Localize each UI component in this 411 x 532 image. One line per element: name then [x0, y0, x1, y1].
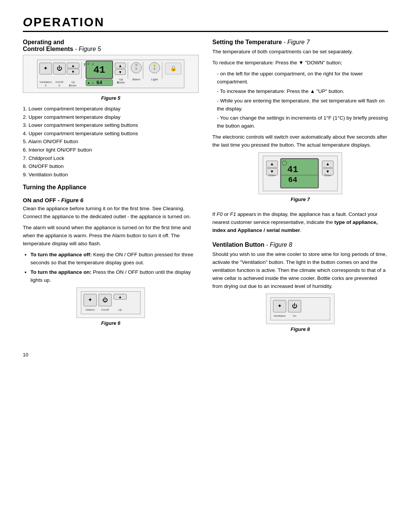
svg-text:▲: ▲ — [71, 64, 75, 68]
svg-text:On/Off: On/Off — [56, 81, 64, 83]
list-item: 8. ON/OFF button — [23, 162, 199, 171]
main-content: Operating and Control Elements - Figure … — [23, 39, 388, 340]
list-item: 2. Upper compartment temperature display — [23, 113, 199, 121]
svg-text:Light: Light — [151, 78, 158, 81]
section-turning-appliance: Turning the Appliance ON and OFF - Figur… — [23, 184, 199, 329]
svg-text:Down: Down — [269, 174, 276, 177]
section-title-4: Ventilation Button - Figure 8 — [212, 241, 388, 248]
svg-text:▲: ▲ — [118, 64, 122, 68]
dash-item-2: To increase the temperature: Press the ▲… — [217, 88, 388, 96]
svg-text:⏻: ⏻ — [102, 297, 108, 303]
temp-p3: The electronic controls will switch over… — [212, 133, 388, 149]
svg-text:●: ● — [88, 81, 89, 85]
dash-item-1: on the left for the upper compartment, o… — [217, 70, 388, 86]
section-control-elements: Operating and Control Elements - Figure … — [23, 39, 199, 179]
svg-text:▼: ▼ — [326, 169, 330, 174]
dash-item-4: You can change the settings in increment… — [217, 114, 388, 130]
svg-text:Ventilation: Ventilation — [274, 314, 286, 317]
page-header: OPERATION — [23, 15, 388, 32]
figure-6-caption: Figure 6 — [101, 320, 121, 326]
svg-text:▼: ▼ — [270, 169, 274, 174]
bullet-off: To turn the appliance off: Keep the ON /… — [30, 251, 199, 267]
svg-text:64: 64 — [96, 80, 102, 86]
control-elements-list: 1. Lower compartment temperature display… — [23, 105, 199, 179]
svg-text:⊙: ⊙ — [87, 62, 90, 66]
subsection-on-off: ON and OFF - Figure 6 — [23, 197, 199, 203]
svg-text:5: 5 — [135, 67, 137, 70]
temp-p1: The temperature of both compartments can… — [212, 48, 388, 56]
list-item: 6. Interior light ON/OFF button — [23, 146, 199, 154]
section-title-1: Operating and Control Elements - Figure … — [23, 39, 199, 53]
svg-text:41: 41 — [93, 64, 105, 76]
svg-text:Down: Down — [324, 174, 331, 177]
bullet-on: To turn the appliance on: Press the ON /… — [30, 268, 199, 284]
svg-text:⏻: ⏻ — [292, 303, 297, 309]
turning-bullets: To turn the appliance off: Keep the ON /… — [23, 251, 199, 284]
title-o: O — [23, 15, 33, 29]
ventilation-p1: Should you wish to use the wine cooler t… — [212, 251, 388, 291]
section-title-3: Setting the Temperature - Figure 7 — [212, 39, 388, 46]
svg-text:3: 3 — [117, 81, 119, 84]
svg-text:7: 7 — [83, 63, 85, 67]
svg-text:Ventilation: Ventilation — [40, 81, 52, 83]
list-item: 9. Ventilation button — [23, 171, 199, 179]
temp-fault-p: If F0 or F1 appears in the display, the … — [212, 211, 388, 235]
left-column: Operating and Control Elements - Figure … — [23, 39, 199, 340]
svg-text:✦: ✦ — [88, 297, 92, 303]
svg-text:ntilation: ntilation — [86, 308, 95, 311]
list-item: 1. Lower compartment temperature display — [23, 105, 199, 113]
svg-text:▼: ▼ — [118, 70, 122, 74]
svg-text:▼: ▼ — [71, 70, 75, 74]
svg-text:2: 2 — [92, 62, 94, 66]
figure-5-caption: Figure 5 — [23, 95, 199, 101]
svg-text:6: 6 — [154, 67, 156, 70]
list-item: 5. Alarm ON/OFF button — [23, 137, 199, 146]
figure-7-box: ▲ Up ▼ Down 41 64 ▲ — [258, 152, 342, 194]
list-item: 3. Lower compartment temperature setting… — [23, 121, 199, 129]
svg-text:4: 4 — [69, 84, 70, 87]
figure-7-svg: ▲ Up ▼ Down 41 64 ▲ — [263, 155, 338, 192]
svg-text:▲: ▲ — [118, 295, 122, 299]
figure-6-box: ✦ ntilation ⏻ On/Off ▲ Up — [76, 288, 145, 318]
svg-text:⊙: ⊙ — [135, 63, 138, 67]
figure-8-box: ✦ Ventilation ⏻ On — [266, 294, 335, 324]
list-item: 4. Upper compartment temperature setting… — [23, 129, 199, 138]
svg-text:✦: ✦ — [43, 65, 48, 71]
svg-text:Down: Down — [70, 84, 76, 87]
svg-text:▲: ▲ — [326, 161, 330, 166]
section-ventilation: Ventilation Button - Figure 8 Should you… — [212, 241, 388, 336]
svg-rect-63 — [281, 158, 319, 188]
list-item: 7. Childproof Lock — [23, 154, 199, 163]
svg-text:Up: Up — [118, 308, 122, 311]
svg-text:Up: Up — [72, 81, 75, 84]
section-title-2: Turning the Appliance — [23, 184, 199, 191]
temp-p2: To reduce the temperature: Press the ▼ "… — [212, 59, 388, 67]
figure-8-svg: ✦ Ventilation ⏻ On — [270, 297, 330, 321]
right-column: Setting the Temperature - Figure 7 The t… — [212, 39, 388, 340]
figure-8-caption: Figure 8 — [291, 326, 310, 332]
figure-5-svg: ✦ Ventilation 9 ⏻ On/Off 8 ▲ ▼ Up Down 4 — [37, 59, 185, 89]
svg-text:⏻: ⏻ — [57, 65, 62, 71]
svg-text:1: 1 — [92, 81, 94, 85]
svg-text:✦: ✦ — [277, 303, 282, 309]
svg-text:On: On — [293, 314, 296, 317]
temp-dash-list: on the left for the upper compartment, o… — [212, 70, 388, 130]
svg-text:41: 41 — [287, 165, 298, 175]
turning-p2: The alarm will sound when the appliance … — [23, 224, 199, 248]
page-title: OPERATION — [23, 15, 388, 29]
svg-text:💡: 💡 — [153, 63, 156, 67]
section-temperature: Setting the Temperature - Figure 7 The t… — [212, 39, 388, 235]
figure-6-svg: ✦ ntilation ⏻ On/Off ▲ Up — [81, 291, 141, 315]
figure-8-container: ✦ Ventilation ⏻ On Figure 8 — [212, 294, 388, 336]
svg-text:On/Off: On/Off — [101, 308, 109, 311]
svg-text:8: 8 — [59, 84, 60, 87]
dash-item-3: While you are entering the temperature, … — [217, 97, 388, 113]
figure-5-box: ✦ Ventilation 9 ⏻ On/Off 8 ▲ ▼ Up Down 4 — [23, 55, 199, 93]
figure-6-container: ✦ ntilation ⏻ On/Off ▲ Up Figure 6 — [23, 288, 199, 330]
figure-7-container: ▲ Up ▼ Down 41 64 ▲ — [212, 152, 388, 206]
svg-text:▲: ▲ — [270, 161, 274, 166]
turning-p1: Clean the appliance before turning it on… — [23, 205, 199, 221]
svg-text:9: 9 — [45, 84, 46, 87]
page-number: 10 — [23, 352, 388, 358]
figure-7-caption: Figure 7 — [291, 197, 310, 202]
